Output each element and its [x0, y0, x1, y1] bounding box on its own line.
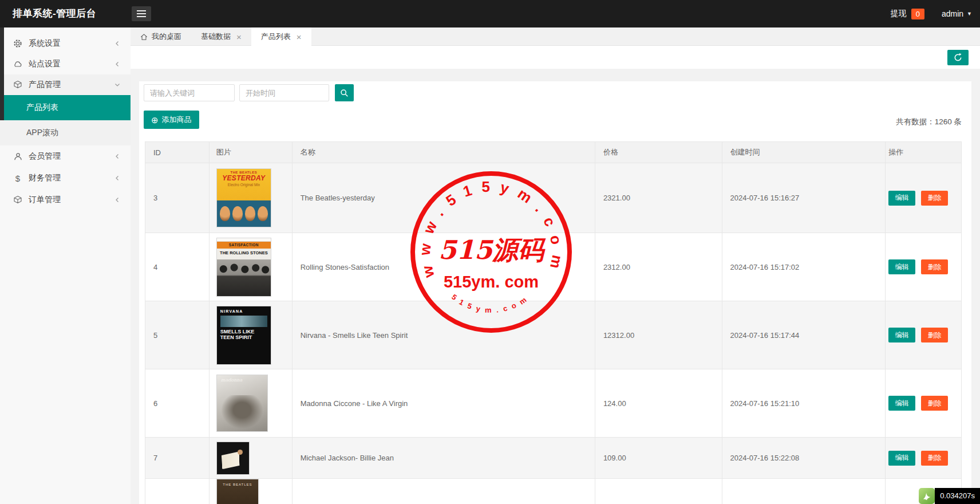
album-cover-thumbnail[interactable]: SATISFACTION THE ROLLING STONES: [216, 238, 271, 297]
sidebar-item-app-scroll[interactable]: APP滚动: [0, 120, 131, 145]
tab-product-list[interactable]: 产品列表 ×: [251, 27, 311, 46]
sidebar-item-member-management[interactable]: 会员管理: [0, 145, 131, 167]
search-button[interactable]: [335, 84, 354, 101]
cube-icon: [13, 195, 23, 204]
product-list-panel: ⊕ 添加商品 共有数据：1260 条 ID 图片 名称 价格 创建时间 操作 3…: [139, 81, 971, 504]
cell-id: 3: [145, 163, 210, 233]
chevron-down-icon: [114, 82, 120, 88]
cloud-icon: [13, 60, 23, 68]
sidebar-group-product: 产品管理 产品列表 APP滚动: [0, 74, 131, 145]
cover-artist-text: madonna: [221, 377, 267, 383]
cell-name: Rolling Stones-Satisfaction: [293, 233, 595, 301]
cover-artist-text: THE ROLLING STONES: [217, 249, 271, 257]
cell-name: Madonna Ciccone - Like A Virgin: [293, 369, 595, 437]
cell-actions: 编辑 删除: [886, 301, 961, 369]
delete-button[interactable]: 删除: [921, 191, 948, 206]
cell-price: 109.00: [595, 438, 722, 478]
sidebar-menu: 系统设置 站点设置 产品管理: [0, 27, 131, 211]
add-product-button[interactable]: ⊕ 添加商品: [144, 111, 199, 129]
close-icon[interactable]: ×: [236, 32, 242, 42]
cover-figure-art: [219, 450, 247, 469]
album-cover-thumbnail[interactable]: madonna: [216, 375, 268, 432]
table-row: 3 THE BEATLES YESTERDAY Electro Original…: [145, 163, 961, 233]
cell-price: 2312.00: [595, 233, 722, 301]
dollar-icon: $: [13, 174, 23, 183]
app-title: 排单系统-管理后台: [13, 0, 96, 27]
tab-label: 基础数据: [201, 32, 231, 42]
cell-actions: 编辑 删除: [886, 438, 961, 478]
sidebar-item-order-management[interactable]: 订单管理: [0, 189, 131, 211]
thinkphp-logo-icon[interactable]: [919, 488, 935, 504]
cell-id: 7: [145, 438, 210, 478]
edit-button[interactable]: 编辑: [888, 451, 915, 466]
tab-label: 我的桌面: [152, 32, 181, 42]
cell-created: 2024-07-16 15:16:27: [722, 163, 886, 233]
chevron-left-icon: [114, 61, 120, 67]
tab-basic-data[interactable]: 基础数据 ×: [191, 27, 251, 46]
delete-button[interactable]: 删除: [921, 328, 948, 342]
cover-figure-art: [222, 395, 263, 428]
sidebar-item-label: APP滚动: [26, 128, 58, 138]
table-header-row: ID 图片 名称 价格 创建时间 操作: [145, 142, 961, 163]
menu-toggle-button[interactable]: [132, 6, 151, 21]
user-icon: [13, 152, 23, 161]
withdraw-count-badge[interactable]: 0: [911, 9, 924, 19]
column-header-name: 名称: [293, 142, 595, 163]
cell-image: THE BEATLES: [210, 479, 293, 504]
delete-button[interactable]: 删除: [921, 451, 948, 466]
sidebar-item-system-settings[interactable]: 系统设置: [0, 33, 131, 54]
cell-image: [210, 438, 293, 478]
edit-button[interactable]: 编辑: [888, 396, 915, 411]
delete-button[interactable]: 删除: [921, 259, 948, 274]
page-load-time: 0.034207s: [935, 488, 980, 504]
cell-id: 6: [145, 369, 210, 437]
sidebar-item-product-management[interactable]: 产品管理: [0, 74, 131, 95]
keyword-input[interactable]: [144, 84, 235, 101]
cover-band-photo-art: [217, 259, 271, 296]
cell-actions: 编辑 删除: [886, 163, 961, 233]
edit-button[interactable]: 编辑: [888, 191, 915, 206]
sidebar-item-label: 财务管理: [29, 173, 61, 183]
cell-price: 2321.00: [595, 163, 722, 233]
cell-price: 124.00: [595, 369, 722, 437]
sidebar-item-site-settings[interactable]: 站点设置: [0, 54, 131, 74]
cover-faces-art: [217, 200, 271, 227]
topbar: 排单系统-管理后台 提现 0 admin ▼: [0, 0, 980, 27]
sidebar-item-finance-management[interactable]: $ 财务管理: [0, 167, 131, 189]
edit-button[interactable]: 编辑: [888, 328, 915, 342]
column-header-id: ID: [145, 142, 210, 163]
sidebar-scrollbar[interactable]: [0, 27, 4, 120]
plus-circle-icon: ⊕: [151, 116, 159, 124]
start-date-input[interactable]: [239, 84, 329, 101]
tab-my-desktop[interactable]: 我的桌面: [131, 27, 191, 46]
table-row: 4 SATISFACTION THE ROLLING STONES Rollin…: [145, 233, 961, 301]
album-cover-thumbnail[interactable]: THE BEATLES YESTERDAY Electro Original M…: [216, 168, 271, 227]
edit-button[interactable]: 编辑: [888, 259, 915, 274]
album-cover-thumbnail[interactable]: THE BEATLES: [216, 479, 259, 504]
cell-image: SATISFACTION THE ROLLING STONES: [210, 233, 293, 301]
topbar-right: 提现 0 admin ▼: [891, 0, 972, 27]
cell-price: 12312.00: [595, 301, 722, 369]
cell-id: 4: [145, 233, 210, 301]
cell-id: [145, 479, 210, 504]
cell-price: [595, 479, 722, 504]
refresh-button[interactable]: [947, 50, 969, 65]
chevron-left-icon: [114, 41, 120, 46]
debug-trace-badge: 0.034207s: [919, 488, 980, 504]
user-menu[interactable]: admin ▼: [942, 9, 972, 18]
sidebar-item-product-list[interactable]: 产品列表: [0, 95, 131, 120]
username-label: admin: [942, 9, 963, 18]
cover-subtitle-text: Electro Original Mix: [217, 183, 271, 187]
sidebar-item-label: 系统设置: [29, 38, 61, 49]
withdraw-link[interactable]: 提现: [891, 9, 907, 19]
product-table: ID 图片 名称 价格 创建时间 操作 3 THE BEATLES YESTER…: [145, 141, 962, 504]
cell-created: [722, 479, 886, 504]
close-icon[interactable]: ×: [297, 32, 302, 42]
table-row: 7 Michael Jackson- Billie Jean 109.00 20…: [145, 437, 961, 478]
delete-button[interactable]: 删除: [921, 396, 948, 411]
cell-actions: 编辑 删除: [886, 369, 961, 437]
album-cover-thumbnail[interactable]: NIRVANA SMELLS LIKE TEEN SPIRIT: [216, 306, 271, 365]
cell-created: 2024-07-16 15:22:08: [722, 438, 886, 478]
album-cover-thumbnail[interactable]: [216, 442, 250, 475]
column-header-image: 图片: [210, 142, 293, 163]
